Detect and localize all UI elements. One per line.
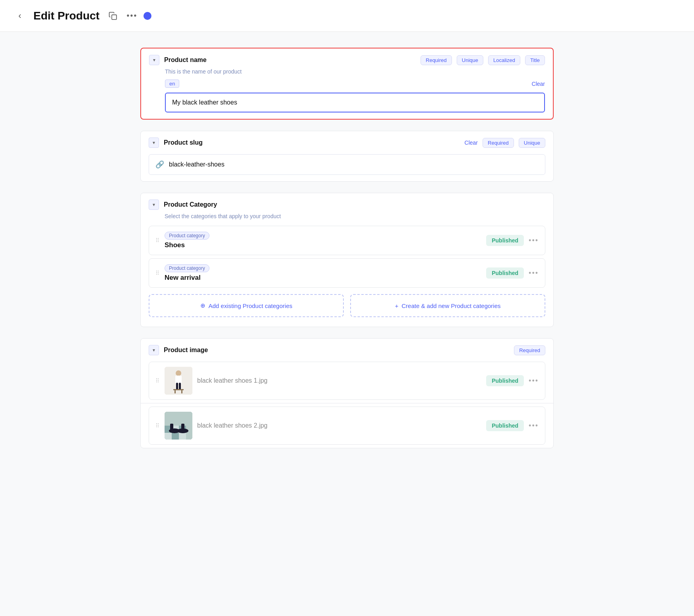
drag-handle-icon[interactable]: ⠿ <box>155 237 160 244</box>
image-filename: black leather shoes 2.jpg <box>197 422 481 429</box>
drag-handle-icon[interactable]: ⠿ <box>155 422 160 429</box>
lang-row: en Clear <box>141 78 553 89</box>
svg-rect-17 <box>170 424 173 431</box>
category-content: Product category Shoes <box>165 232 481 249</box>
image-thumbnail <box>165 412 192 440</box>
category-field-title: Product Category <box>164 201 545 208</box>
link-icon: ⊕ <box>200 302 205 309</box>
category-name: Shoes <box>165 241 481 249</box>
svg-point-2 <box>176 370 181 376</box>
category-field-header: ▾ Product Category <box>141 193 553 213</box>
add-existing-label: Add existing Product categories <box>209 302 293 309</box>
image-status-badge: Published <box>486 375 524 386</box>
svg-rect-4 <box>176 383 178 390</box>
category-collapse-button[interactable]: ▾ <box>149 200 159 210</box>
category-content: Product category New arrival <box>165 264 481 282</box>
image-status-badge: Published <box>486 420 524 431</box>
svg-rect-19 <box>181 424 184 431</box>
slug-collapse-button[interactable]: ▾ <box>149 138 159 148</box>
clear-button[interactable]: Clear <box>532 81 545 87</box>
image-more-button[interactable]: ••• <box>529 377 539 385</box>
back-button[interactable]: ‹ <box>13 9 27 23</box>
category-name: New arrival <box>165 274 481 282</box>
create-new-button[interactable]: + Create & add new Product categories <box>350 294 545 317</box>
product-name-input[interactable] <box>165 93 545 112</box>
item-more-button[interactable]: ••• <box>529 269 539 277</box>
image-collapse-button[interactable]: ▾ <box>149 345 159 355</box>
required-badge: Required <box>421 55 452 65</box>
category-item: ⠿ Product category Shoes Published ••• <box>149 226 545 255</box>
slug-field-header: ▾ Product slug Clear Required Unique <box>141 131 553 151</box>
field-description: This is the name of our product <box>141 68 553 78</box>
add-existing-button[interactable]: ⊕ Add existing Product categories <box>149 294 344 317</box>
published-badge: Published <box>486 235 524 246</box>
slug-clear-button[interactable]: Clear <box>465 139 478 146</box>
svg-rect-7 <box>174 390 176 393</box>
category-type-badge: Product category <box>165 264 209 272</box>
title-badge: Title <box>525 55 545 65</box>
collapse-button[interactable]: ▾ <box>149 55 159 65</box>
image-item: ⠿ black le <box>149 407 545 445</box>
category-type-badge: Product category <box>165 232 209 240</box>
svg-rect-0 <box>112 15 117 19</box>
drag-handle-icon[interactable]: ⠿ <box>155 378 160 384</box>
slug-unique-badge: Unique <box>519 138 545 148</box>
image-field-header: ▾ Product image Required <box>141 339 553 358</box>
field-title: Product name <box>164 56 416 64</box>
image-thumbnail <box>165 367 192 395</box>
svg-rect-3 <box>175 376 182 384</box>
lang-badge: en <box>165 79 179 88</box>
copy-icon[interactable] <box>106 9 120 23</box>
localized-badge: Localized <box>488 55 520 65</box>
status-dot <box>143 12 151 20</box>
unique-badge: Unique <box>457 55 483 65</box>
image-more-button[interactable]: ••• <box>529 422 539 430</box>
create-new-label: Create & add new Product categories <box>401 302 500 309</box>
slug-required-badge: Required <box>483 138 514 148</box>
page-title: Edit Product <box>33 10 99 22</box>
image-filename: black leather shoes 1.jpg <box>197 377 481 384</box>
drag-handle-icon[interactable]: ⠿ <box>155 270 160 276</box>
svg-rect-8 <box>181 390 182 393</box>
main-content: ▾ Product name Required Unique Localized… <box>109 32 585 475</box>
svg-rect-14 <box>172 433 179 440</box>
more-options-button[interactable]: ••• <box>126 11 137 20</box>
category-item: ⠿ Product category New arrival Published… <box>149 258 545 288</box>
svg-rect-15 <box>179 433 186 440</box>
category-actions: ⊕ Add existing Product categories + Crea… <box>149 294 545 317</box>
product-image-field: ▾ Product image Required ⠿ <box>140 338 554 448</box>
item-more-button[interactable]: ••• <box>529 236 539 245</box>
product-name-field: ▾ Product name Required Unique Localized… <box>140 48 554 120</box>
category-description: Select the categories that apply to your… <box>141 213 553 223</box>
product-slug-field: ▾ Product slug Clear Required Unique 🔗 b… <box>140 131 554 182</box>
field-header: ▾ Product name Required Unique Localized… <box>141 48 553 68</box>
svg-rect-13 <box>165 433 172 440</box>
image-required-badge: Required <box>514 345 545 355</box>
svg-rect-6 <box>173 389 184 390</box>
link-icon: 🔗 <box>155 160 164 169</box>
product-category-field: ▾ Product Category Select the categories… <box>140 193 554 327</box>
slug-value: black-leather-shoes <box>169 161 225 168</box>
plus-icon: + <box>395 302 398 309</box>
page-header: ‹ Edit Product ••• <box>0 0 694 32</box>
image-field-title: Product image <box>164 347 509 354</box>
image-item: ⠿ black leather shoes 1.jpg <box>149 362 545 400</box>
published-badge: Published <box>486 267 524 279</box>
svg-rect-5 <box>179 383 181 390</box>
slug-input-container[interactable]: 🔗 black-leather-shoes <box>149 154 545 175</box>
slug-field-title: Product slug <box>164 139 460 146</box>
divider <box>141 403 553 403</box>
